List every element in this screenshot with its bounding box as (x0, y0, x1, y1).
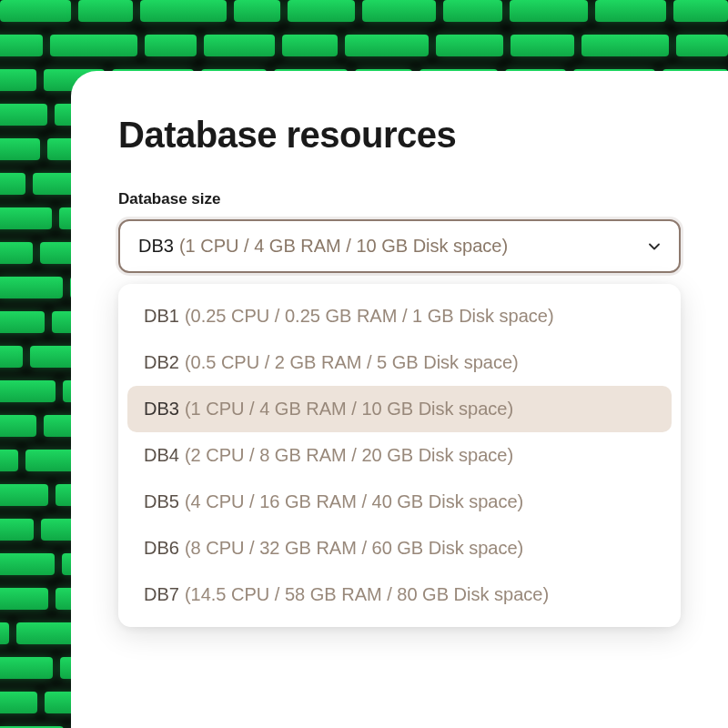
settings-card: Database resources Database size DB3 (1 … (71, 71, 728, 728)
dropdown-option-db6[interactable]: DB6(8 CPU / 32 GB RAM / 60 GB Disk space… (127, 525, 672, 571)
page-title: Database resources (118, 115, 681, 156)
option-name: DB4 (144, 445, 179, 466)
database-size-label: Database size (118, 190, 681, 208)
option-spec: (0.5 CPU / 2 GB RAM / 5 GB Disk space) (185, 352, 519, 373)
option-spec: (14.5 CPU / 58 GB RAM / 80 GB Disk space… (185, 584, 549, 605)
option-spec: (8 CPU / 32 GB RAM / 60 GB Disk space) (185, 538, 523, 559)
selected-option-spec: (1 CPU / 4 GB RAM / 10 GB Disk space) (179, 236, 508, 257)
chevron-down-icon (648, 240, 661, 253)
dropdown-option-db1[interactable]: DB1(0.25 CPU / 0.25 GB RAM / 1 GB Disk s… (127, 293, 672, 339)
dropdown-option-db7[interactable]: DB7(14.5 CPU / 58 GB RAM / 80 GB Disk sp… (127, 571, 672, 618)
dropdown-option-db4[interactable]: DB4(2 CPU / 8 GB RAM / 20 GB Disk space) (127, 432, 672, 479)
option-name: DB6 (144, 538, 179, 559)
option-name: DB2 (144, 352, 179, 373)
option-name: DB5 (144, 491, 179, 512)
option-spec: (1 CPU / 4 GB RAM / 10 GB Disk space) (185, 399, 513, 420)
dropdown-option-db3[interactable]: DB3(1 CPU / 4 GB RAM / 10 GB Disk space) (127, 386, 672, 432)
option-spec: (4 CPU / 16 GB RAM / 40 GB Disk space) (185, 491, 523, 512)
dropdown-option-db2[interactable]: DB2(0.5 CPU / 2 GB RAM / 5 GB Disk space… (127, 339, 672, 386)
database-size-dropdown: DB1(0.25 CPU / 0.25 GB RAM / 1 GB Disk s… (118, 284, 681, 627)
option-spec: (0.25 CPU / 0.25 GB RAM / 1 GB Disk spac… (185, 306, 554, 327)
option-name: DB7 (144, 584, 179, 605)
option-spec: (2 CPU / 8 GB RAM / 20 GB Disk space) (185, 445, 513, 466)
option-name: DB1 (144, 306, 179, 327)
database-size-select[interactable]: DB3 (1 CPU / 4 GB RAM / 10 GB Disk space… (118, 219, 681, 273)
dropdown-option-db5[interactable]: DB5(4 CPU / 16 GB RAM / 40 GB Disk space… (127, 479, 672, 525)
selected-option-name: DB3 (138, 236, 174, 257)
option-name: DB3 (144, 399, 179, 420)
